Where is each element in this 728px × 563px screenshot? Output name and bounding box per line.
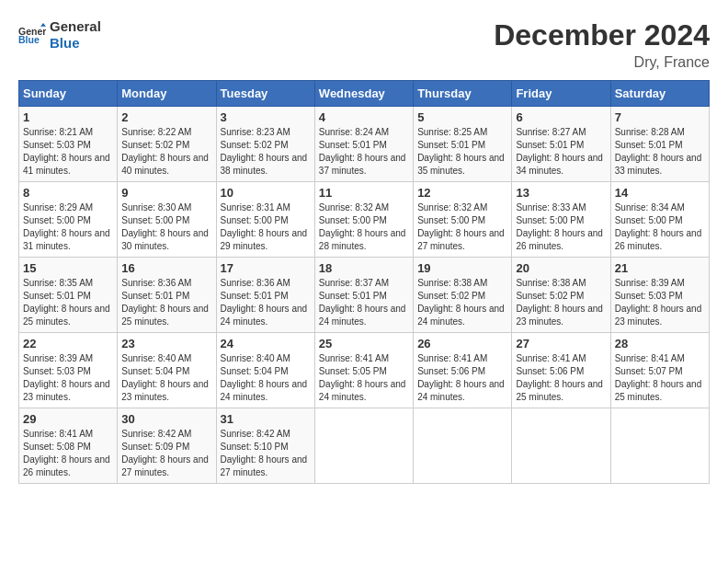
day-info: Sunrise: 8:35 AM Sunset: 5:01 PM Dayligh… bbox=[23, 277, 113, 328]
calendar-cell bbox=[414, 408, 512, 484]
day-number: 9 bbox=[121, 186, 211, 200]
day-info: Sunrise: 8:41 AM Sunset: 5:06 PM Dayligh… bbox=[417, 352, 507, 404]
day-info: Sunrise: 8:32 AM Sunset: 5:00 PM Dayligh… bbox=[319, 201, 409, 253]
logo-icon: General Blue bbox=[18, 21, 46, 49]
day-number: 8 bbox=[23, 186, 113, 200]
calendar-week-row: 15 Sunrise: 8:35 AM Sunset: 5:01 PM Dayl… bbox=[19, 258, 710, 333]
day-info: Sunrise: 8:23 AM Sunset: 5:02 PM Dayligh… bbox=[221, 126, 311, 178]
header-thursday: Thursday bbox=[414, 81, 512, 107]
calendar-cell: 10 Sunrise: 8:31 AM Sunset: 5:00 PM Dayl… bbox=[216, 182, 314, 258]
calendar-cell: 26 Sunrise: 8:41 AM Sunset: 5:06 PM Dayl… bbox=[414, 333, 512, 408]
calendar-week-row: 8 Sunrise: 8:29 AM Sunset: 5:00 PM Dayli… bbox=[19, 182, 710, 258]
day-number: 15 bbox=[23, 261, 113, 275]
calendar-cell: 14 Sunrise: 8:34 AM Sunset: 5:00 PM Dayl… bbox=[610, 182, 709, 258]
day-info: Sunrise: 8:40 AM Sunset: 5:04 PM Dayligh… bbox=[121, 352, 211, 404]
day-info: Sunrise: 8:22 AM Sunset: 5:02 PM Dayligh… bbox=[121, 126, 211, 178]
day-number: 10 bbox=[221, 186, 311, 200]
day-info: Sunrise: 8:30 AM Sunset: 5:00 PM Dayligh… bbox=[121, 201, 211, 253]
day-number: 29 bbox=[23, 412, 113, 426]
calendar-cell: 24 Sunrise: 8:40 AM Sunset: 5:04 PM Dayl… bbox=[216, 333, 314, 408]
calendar-cell bbox=[610, 408, 709, 484]
calendar-week-row: 22 Sunrise: 8:39 AM Sunset: 5:03 PM Dayl… bbox=[19, 333, 710, 408]
calendar-cell: 16 Sunrise: 8:36 AM Sunset: 5:01 PM Dayl… bbox=[118, 258, 216, 333]
day-number: 26 bbox=[417, 337, 507, 350]
day-number: 25 bbox=[319, 337, 409, 350]
day-number: 24 bbox=[221, 337, 311, 350]
calendar-cell: 2 Sunrise: 8:22 AM Sunset: 5:02 PM Dayli… bbox=[118, 107, 216, 182]
day-info: Sunrise: 8:29 AM Sunset: 5:00 PM Dayligh… bbox=[23, 201, 113, 253]
calendar-cell: 12 Sunrise: 8:32 AM Sunset: 5:00 PM Dayl… bbox=[414, 182, 512, 258]
day-info: Sunrise: 8:32 AM Sunset: 5:00 PM Dayligh… bbox=[417, 201, 507, 253]
day-info: Sunrise: 8:31 AM Sunset: 5:00 PM Dayligh… bbox=[221, 201, 311, 253]
calendar-cell: 29 Sunrise: 8:41 AM Sunset: 5:08 PM Dayl… bbox=[19, 408, 118, 484]
day-info: Sunrise: 8:41 AM Sunset: 5:07 PM Dayligh… bbox=[615, 352, 705, 404]
day-number: 16 bbox=[121, 261, 211, 275]
day-info: Sunrise: 8:33 AM Sunset: 5:00 PM Dayligh… bbox=[516, 201, 606, 253]
day-info: Sunrise: 8:38 AM Sunset: 5:02 PM Dayligh… bbox=[417, 277, 507, 328]
calendar-cell: 20 Sunrise: 8:38 AM Sunset: 5:02 PM Dayl… bbox=[512, 258, 610, 333]
calendar-cell: 23 Sunrise: 8:40 AM Sunset: 5:04 PM Dayl… bbox=[118, 333, 216, 408]
page-header: General Blue General Blue December 2024 … bbox=[18, 18, 710, 71]
header-tuesday: Tuesday bbox=[216, 81, 314, 107]
day-number: 18 bbox=[319, 261, 409, 275]
calendar-cell: 18 Sunrise: 8:37 AM Sunset: 5:01 PM Dayl… bbox=[314, 258, 413, 333]
day-number: 28 bbox=[615, 337, 705, 350]
day-info: Sunrise: 8:42 AM Sunset: 5:09 PM Dayligh… bbox=[121, 428, 211, 479]
calendar-cell: 5 Sunrise: 8:25 AM Sunset: 5:01 PM Dayli… bbox=[414, 107, 512, 182]
day-number: 12 bbox=[417, 186, 507, 200]
day-info: Sunrise: 8:37 AM Sunset: 5:01 PM Dayligh… bbox=[319, 277, 409, 328]
calendar-cell: 13 Sunrise: 8:33 AM Sunset: 5:00 PM Dayl… bbox=[512, 182, 610, 258]
day-number: 14 bbox=[615, 186, 705, 200]
svg-marker-2 bbox=[40, 23, 46, 27]
day-number: 23 bbox=[121, 337, 211, 350]
calendar-cell: 7 Sunrise: 8:28 AM Sunset: 5:01 PM Dayli… bbox=[610, 107, 709, 182]
day-info: Sunrise: 8:41 AM Sunset: 5:05 PM Dayligh… bbox=[319, 352, 409, 404]
day-number: 4 bbox=[319, 110, 409, 124]
header-wednesday: Wednesday bbox=[314, 81, 413, 107]
calendar-cell: 28 Sunrise: 8:41 AM Sunset: 5:07 PM Dayl… bbox=[610, 333, 709, 408]
day-info: Sunrise: 8:39 AM Sunset: 5:03 PM Dayligh… bbox=[23, 352, 113, 404]
day-info: Sunrise: 8:27 AM Sunset: 5:01 PM Dayligh… bbox=[516, 126, 606, 178]
calendar-cell: 6 Sunrise: 8:27 AM Sunset: 5:01 PM Dayli… bbox=[512, 107, 610, 182]
day-info: Sunrise: 8:40 AM Sunset: 5:04 PM Dayligh… bbox=[221, 352, 311, 404]
day-number: 2 bbox=[121, 110, 211, 124]
header-saturday: Saturday bbox=[610, 81, 709, 107]
day-number: 22 bbox=[23, 337, 113, 350]
day-number: 30 bbox=[121, 412, 211, 426]
day-info: Sunrise: 8:28 AM Sunset: 5:01 PM Dayligh… bbox=[615, 126, 705, 178]
calendar-cell: 31 Sunrise: 8:42 AM Sunset: 5:10 PM Dayl… bbox=[216, 408, 314, 484]
day-info: Sunrise: 8:25 AM Sunset: 5:01 PM Dayligh… bbox=[417, 126, 507, 178]
calendar-cell: 4 Sunrise: 8:24 AM Sunset: 5:01 PM Dayli… bbox=[314, 107, 413, 182]
header-row: Sunday Monday Tuesday Wednesday Thursday… bbox=[19, 81, 710, 107]
calendar-cell: 9 Sunrise: 8:30 AM Sunset: 5:00 PM Dayli… bbox=[118, 182, 216, 258]
day-number: 31 bbox=[221, 412, 311, 426]
page-title: December 2024 bbox=[494, 18, 710, 52]
day-number: 3 bbox=[221, 110, 311, 124]
day-info: Sunrise: 8:38 AM Sunset: 5:02 PM Dayligh… bbox=[516, 277, 606, 328]
calendar-cell bbox=[314, 408, 413, 484]
day-number: 21 bbox=[615, 261, 705, 275]
calendar-cell: 19 Sunrise: 8:38 AM Sunset: 5:02 PM Dayl… bbox=[414, 258, 512, 333]
day-number: 17 bbox=[221, 261, 311, 275]
day-number: 7 bbox=[615, 110, 705, 124]
title-block: December 2024 Dry, France bbox=[494, 18, 710, 71]
header-friday: Friday bbox=[512, 81, 610, 107]
calendar-week-row: 29 Sunrise: 8:41 AM Sunset: 5:08 PM Dayl… bbox=[19, 408, 710, 484]
calendar-cell: 1 Sunrise: 8:21 AM Sunset: 5:03 PM Dayli… bbox=[19, 107, 118, 182]
calendar-cell: 17 Sunrise: 8:36 AM Sunset: 5:01 PM Dayl… bbox=[216, 258, 314, 333]
calendar-cell: 11 Sunrise: 8:32 AM Sunset: 5:00 PM Dayl… bbox=[314, 182, 413, 258]
day-number: 6 bbox=[516, 110, 606, 124]
calendar-cell: 25 Sunrise: 8:41 AM Sunset: 5:05 PM Dayl… bbox=[314, 333, 413, 408]
calendar-cell: 3 Sunrise: 8:23 AM Sunset: 5:02 PM Dayli… bbox=[216, 107, 314, 182]
header-monday: Monday bbox=[118, 81, 216, 107]
day-info: Sunrise: 8:41 AM Sunset: 5:08 PM Dayligh… bbox=[23, 428, 113, 479]
day-number: 27 bbox=[516, 337, 606, 350]
day-info: Sunrise: 8:36 AM Sunset: 5:01 PM Dayligh… bbox=[221, 277, 311, 328]
day-info: Sunrise: 8:41 AM Sunset: 5:06 PM Dayligh… bbox=[516, 352, 606, 404]
day-number: 20 bbox=[516, 261, 606, 275]
day-number: 5 bbox=[417, 110, 507, 124]
calendar-cell: 27 Sunrise: 8:41 AM Sunset: 5:06 PM Dayl… bbox=[512, 333, 610, 408]
calendar-cell: 15 Sunrise: 8:35 AM Sunset: 5:01 PM Dayl… bbox=[19, 258, 118, 333]
day-info: Sunrise: 8:42 AM Sunset: 5:10 PM Dayligh… bbox=[221, 428, 311, 479]
day-number: 19 bbox=[417, 261, 507, 275]
